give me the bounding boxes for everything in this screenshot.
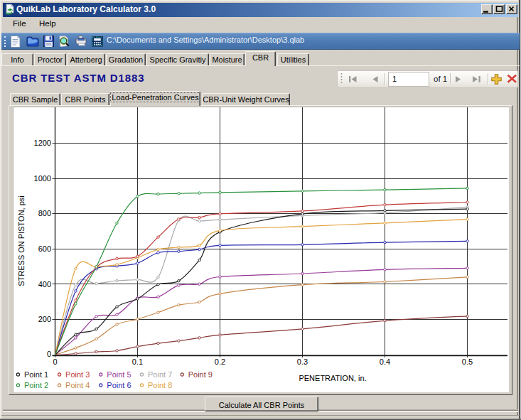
svg-text:PENETRATION, in.: PENETRATION, in.	[299, 374, 366, 382]
svg-text:200: 200	[38, 315, 51, 323]
svg-text:Point 5: Point 5	[107, 370, 131, 379]
svg-text:Point 1: Point 1	[24, 370, 48, 379]
svg-text:0.3: 0.3	[297, 357, 308, 366]
svg-text:0: 0	[47, 350, 51, 358]
svg-text:Point 2: Point 2	[24, 381, 48, 389]
svg-text:1200: 1200	[34, 139, 51, 147]
svg-text:Point 3: Point 3	[65, 370, 90, 379]
svg-text:Point 4: Point 4	[65, 381, 90, 389]
svg-text:600: 600	[38, 244, 51, 253]
svg-text:Point 6: Point 6	[107, 381, 131, 389]
svg-text:800: 800	[38, 209, 51, 217]
svg-text:STRESS ON PISTON, psi: STRESS ON PISTON, psi	[17, 195, 26, 286]
svg-text:0: 0	[53, 357, 57, 366]
svg-text:0.5: 0.5	[462, 357, 473, 366]
svg-text:Point 7: Point 7	[148, 370, 172, 379]
svg-text:400: 400	[38, 280, 51, 289]
svg-text:Point 8: Point 8	[148, 381, 172, 389]
svg-text:1000: 1000	[34, 174, 51, 183]
svg-text:0.4: 0.4	[380, 357, 390, 366]
svg-text:Point 9: Point 9	[188, 370, 213, 379]
svg-text:0.1: 0.1	[132, 357, 143, 366]
svg-text:0.2: 0.2	[215, 357, 225, 366]
